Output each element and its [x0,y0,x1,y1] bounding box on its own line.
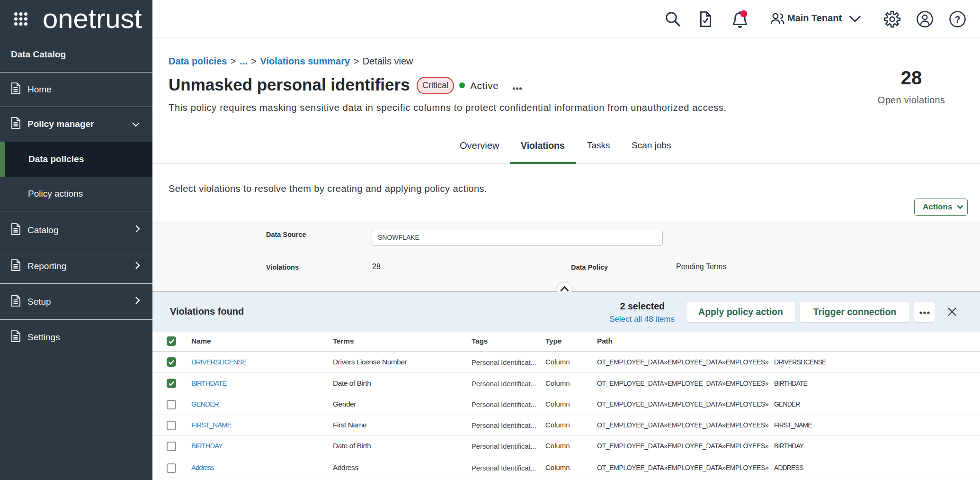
svg-text:?: ? [954,14,960,25]
